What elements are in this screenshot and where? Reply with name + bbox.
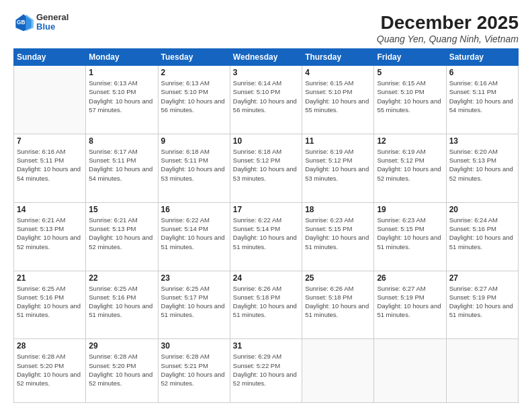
calendar-cell: 15Sunrise: 6:21 AM Sunset: 5:13 PM Dayli… [86,202,158,271]
calendar-cell: 11Sunrise: 6:19 AM Sunset: 5:12 PM Dayli… [302,134,374,202]
day-info: Sunrise: 6:25 AM Sunset: 5:16 PM Dayligh… [17,284,83,320]
calendar-header-cell: Wednesday [230,49,302,66]
day-number: 2 [161,68,227,77]
day-info: Sunrise: 6:18 AM Sunset: 5:12 PM Dayligh… [233,147,299,183]
day-info: Sunrise: 6:22 AM Sunset: 5:14 PM Dayligh… [233,216,299,251]
day-number: 3 [233,68,299,77]
day-info: Sunrise: 6:23 AM Sunset: 5:15 PM Dayligh… [377,216,443,251]
calendar-cell: 1Sunrise: 6:13 AM Sunset: 5:10 PM Daylig… [86,66,158,134]
day-info: Sunrise: 6:22 AM Sunset: 5:14 PM Dayligh… [161,216,227,251]
logo-icon: GB [13,12,34,32]
logo-blue: Blue [36,22,69,32]
calendar-cell: 8Sunrise: 6:17 AM Sunset: 5:11 PM Daylig… [86,134,158,202]
logo-general: General [36,13,69,22]
day-number: 27 [449,273,515,283]
day-number: 6 [449,68,515,77]
day-number: 4 [305,68,371,77]
day-number: 30 [161,341,227,351]
calendar-cell: 18Sunrise: 6:23 AM Sunset: 5:15 PM Dayli… [302,202,374,271]
day-number: 12 [377,136,443,146]
page: GB General Blue December 2025 Quang Yen,… [0,0,532,411]
calendar-header-cell: Sunday [14,49,86,66]
calendar-cell: 14Sunrise: 6:21 AM Sunset: 5:13 PM Dayli… [14,202,86,271]
calendar-cell: 25Sunrise: 6:26 AM Sunset: 5:18 PM Dayli… [302,271,374,339]
calendar-cell: 7Sunrise: 6:16 AM Sunset: 5:11 PM Daylig… [14,134,86,202]
day-number: 10 [233,136,299,146]
logo-text: General Blue [36,13,69,32]
day-info: Sunrise: 6:26 AM Sunset: 5:18 PM Dayligh… [305,284,371,320]
day-info: Sunrise: 6:15 AM Sunset: 5:10 PM Dayligh… [377,79,443,114]
day-info: Sunrise: 6:27 AM Sunset: 5:19 PM Dayligh… [377,284,443,320]
calendar: SundayMondayTuesdayWednesdayThursdayFrid… [13,48,519,403]
calendar-week-row: 7Sunrise: 6:16 AM Sunset: 5:11 PM Daylig… [14,134,519,202]
day-info: Sunrise: 6:28 AM Sunset: 5:21 PM Dayligh… [161,352,227,387]
calendar-cell: 9Sunrise: 6:18 AM Sunset: 5:11 PM Daylig… [158,134,230,202]
day-number: 20 [449,205,515,214]
calendar-cell: 20Sunrise: 6:24 AM Sunset: 5:16 PM Dayli… [446,202,518,271]
calendar-cell: 4Sunrise: 6:15 AM Sunset: 5:10 PM Daylig… [302,66,374,134]
calendar-header-row: SundayMondayTuesdayWednesdayThursdayFrid… [14,49,519,66]
calendar-cell: 6Sunrise: 6:16 AM Sunset: 5:11 PM Daylig… [446,66,518,134]
calendar-week-row: 14Sunrise: 6:21 AM Sunset: 5:13 PM Dayli… [14,202,519,271]
calendar-cell: 16Sunrise: 6:22 AM Sunset: 5:14 PM Dayli… [158,202,230,271]
day-info: Sunrise: 6:25 AM Sunset: 5:17 PM Dayligh… [161,284,227,320]
day-number: 17 [233,205,299,214]
day-info: Sunrise: 6:15 AM Sunset: 5:10 PM Dayligh… [305,79,371,114]
day-info: Sunrise: 6:20 AM Sunset: 5:13 PM Dayligh… [449,147,515,183]
day-info: Sunrise: 6:14 AM Sunset: 5:10 PM Dayligh… [233,79,299,114]
day-number: 26 [377,273,443,283]
calendar-cell: 17Sunrise: 6:22 AM Sunset: 5:14 PM Dayli… [230,202,302,271]
day-info: Sunrise: 6:27 AM Sunset: 5:19 PM Dayligh… [449,284,515,320]
calendar-cell: 19Sunrise: 6:23 AM Sunset: 5:15 PM Dayli… [374,202,446,271]
day-number: 24 [233,273,299,283]
month-year: December 2025 [377,12,519,34]
calendar-cell: 26Sunrise: 6:27 AM Sunset: 5:19 PM Dayli… [374,271,446,339]
calendar-header-cell: Saturday [446,49,518,66]
day-number: 15 [89,205,154,214]
calendar-cell: 10Sunrise: 6:18 AM Sunset: 5:12 PM Dayli… [230,134,302,202]
calendar-cell: 24Sunrise: 6:26 AM Sunset: 5:18 PM Dayli… [230,271,302,339]
calendar-header-cell: Thursday [302,49,374,66]
calendar-cell: 22Sunrise: 6:25 AM Sunset: 5:16 PM Dayli… [86,271,158,339]
calendar-week-row: 28Sunrise: 6:28 AM Sunset: 5:20 PM Dayli… [14,339,519,403]
calendar-header-cell: Tuesday [158,49,230,66]
calendar-cell [374,339,446,403]
day-number: 14 [17,205,83,214]
svg-text:GB: GB [17,19,26,26]
day-info: Sunrise: 6:29 AM Sunset: 5:22 PM Dayligh… [233,352,299,387]
calendar-cell: 12Sunrise: 6:19 AM Sunset: 5:12 PM Dayli… [374,134,446,202]
calendar-cell: 28Sunrise: 6:28 AM Sunset: 5:20 PM Dayli… [14,339,86,403]
day-info: Sunrise: 6:18 AM Sunset: 5:11 PM Dayligh… [161,147,227,183]
calendar-cell: 13Sunrise: 6:20 AM Sunset: 5:13 PM Dayli… [446,134,518,202]
calendar-cell: 31Sunrise: 6:29 AM Sunset: 5:22 PM Dayli… [230,339,302,403]
day-info: Sunrise: 6:13 AM Sunset: 5:10 PM Dayligh… [89,79,154,114]
day-info: Sunrise: 6:21 AM Sunset: 5:13 PM Dayligh… [89,216,154,251]
day-number: 18 [305,205,371,214]
logo: GB General Blue [13,12,69,32]
day-number: 11 [305,136,371,146]
title-block: December 2025 Quang Yen, Quang Ninh, Vie… [377,12,519,44]
calendar-week-row: 21Sunrise: 6:25 AM Sunset: 5:16 PM Dayli… [14,271,519,339]
day-info: Sunrise: 6:28 AM Sunset: 5:20 PM Dayligh… [89,352,154,387]
calendar-cell: 23Sunrise: 6:25 AM Sunset: 5:17 PM Dayli… [158,271,230,339]
day-number: 29 [89,341,154,351]
calendar-cell: 2Sunrise: 6:13 AM Sunset: 5:10 PM Daylig… [158,66,230,134]
day-info: Sunrise: 6:23 AM Sunset: 5:15 PM Dayligh… [305,216,371,251]
day-number: 25 [305,273,371,283]
calendar-cell: 21Sunrise: 6:25 AM Sunset: 5:16 PM Dayli… [14,271,86,339]
calendar-header-cell: Friday [374,49,446,66]
day-number: 31 [233,341,299,351]
calendar-cell [14,66,86,134]
day-info: Sunrise: 6:16 AM Sunset: 5:11 PM Dayligh… [449,79,515,114]
calendar-body: 1Sunrise: 6:13 AM Sunset: 5:10 PM Daylig… [14,66,519,403]
day-info: Sunrise: 6:19 AM Sunset: 5:12 PM Dayligh… [377,147,443,183]
day-number: 22 [89,273,154,283]
day-number: 28 [17,341,83,351]
day-number: 7 [17,136,83,146]
calendar-cell [302,339,374,403]
svg-marker-1 [26,14,34,31]
day-number: 5 [377,68,443,77]
day-info: Sunrise: 6:21 AM Sunset: 5:13 PM Dayligh… [17,216,83,251]
day-info: Sunrise: 6:16 AM Sunset: 5:11 PM Dayligh… [17,147,83,183]
day-number: 13 [449,136,515,146]
